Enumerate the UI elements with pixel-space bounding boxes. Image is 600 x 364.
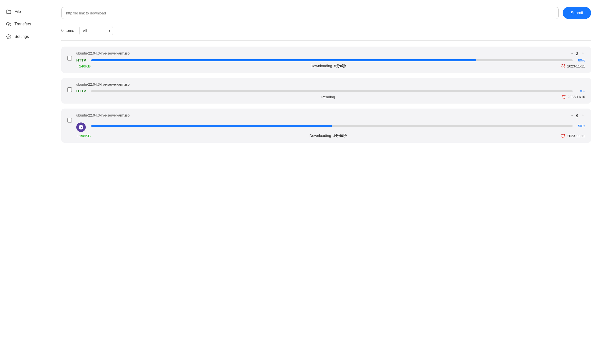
card-filename-row-1: ubuntu-22.04.3-live-server-arm.iso - 2 + [76,51,585,56]
card-meta-3: ↓ 198KB Downloading 1分40秒 ⏰ 2023-11-11 [76,133,585,138]
filename-3: ubuntu-22.04.3-live-server-arm.iso [76,113,130,117]
submit-button[interactable]: Submit [563,7,591,19]
download-card-1: ubuntu-22.04.3-live-server-arm.iso - 2 +… [61,47,591,73]
sidebar-item-transfers[interactable]: Transfers [0,18,52,30]
card-filename-row-2: ubuntu-22.04.3-live-server-arm.iso [76,82,585,86]
card-filename-row-3: ubuntu-22.04.3-live-server-arm.iso - 6 + [76,113,585,118]
date-info-3: ⏰ 2023-11-11 [550,134,585,138]
clock-icon-3: ⏰ [561,134,566,138]
protocol-label-1: HTTP [76,58,88,62]
url-input[interactable] [61,7,559,19]
progress-fill-3 [91,125,332,127]
protocol-label-2: HTTP [76,89,88,93]
gear-icon [6,34,11,39]
main-content: Submit 0 items All Downloading Pending C… [52,0,600,364]
thread-num-1: 2 [576,51,578,56]
clock-icon-2: ⏰ [561,95,566,99]
progress-pct-1: 80% [576,58,585,62]
progress-row-2: HTTP 0% [76,89,585,93]
progress-pct-3: 50% [576,124,585,128]
thread-num-3: 6 [576,113,578,118]
sidebar: File Transfers Settings [0,0,52,364]
clock-icon-1: ⏰ [561,64,566,68]
download-speed-3: ↓ 198KB [76,134,106,138]
date-info-1: ⏰ 2023-11-11 [550,64,585,68]
filter-select-wrapper: All Downloading Pending Completed Failed [79,26,113,35]
sidebar-item-settings[interactable]: Settings [0,31,52,42]
progress-pct-2: 0% [576,89,585,93]
date-info-2: ⏰ 2023/11/10 [550,95,585,99]
progress-fill-1 [91,59,476,61]
down-arrow-1: ↓ [76,64,78,68]
thread-minus-btn-3[interactable]: - [570,113,574,118]
sidebar-item-file[interactable]: File [0,6,52,17]
filter-select[interactable]: All Downloading Pending Completed Failed [79,26,113,35]
thread-minus-btn-1[interactable]: - [570,51,574,56]
card-body-3: ubuntu-22.04.3-live-server-arm.iso - 6 + [76,113,585,138]
download-card-3: ubuntu-22.04.3-live-server-arm.iso - 6 + [61,109,591,143]
thread-controls-3: - 6 + [570,113,585,118]
card-checkbox-1[interactable] [67,56,72,61]
thread-controls-1: - 2 + [570,51,585,56]
sidebar-item-file-label: File [14,9,21,14]
progress-bar-1 [91,59,573,61]
progress-row-1: HTTP 80% [76,58,585,62]
download-speed-1: ↓ 140KB [76,64,106,68]
thread-plus-btn-3[interactable]: + [581,113,585,118]
divider [61,40,591,41]
upload-cloud-icon [6,21,11,27]
progress-bar-2 [91,90,573,92]
top-bar: Submit [61,7,591,19]
card-checkbox-3[interactable] [67,118,72,122]
filename-1: ubuntu-22.04.3-live-server-arm.iso [76,51,130,55]
progress-row-3: 50% [76,120,585,132]
download-card-2: ubuntu-22.04.3-live-server-arm.iso HTTP … [61,78,591,104]
card-meta-1: ↓ 140KB Downloading 5分0秒 ⏰ 2023-11-11 [76,64,585,68]
items-count: 0 items [61,28,74,33]
status-text-3: Downloading 1分40秒 [106,133,550,138]
progress-bar-3 [91,125,573,127]
card-body-1: ubuntu-22.04.3-live-server-arm.iso - 2 +… [76,51,585,68]
folder-icon [6,9,11,14]
card-checkbox-2[interactable] [67,87,72,92]
filter-row: 0 items All Downloading Pending Complete… [61,26,591,35]
sidebar-item-transfers-label: Transfers [14,22,31,26]
filename-2: ubuntu-22.04.3-live-server-arm.iso [76,82,130,86]
down-arrow-3: ↓ [76,134,78,138]
status-text-2: Pending [106,95,550,99]
torrent-icon [76,122,86,132]
sidebar-item-settings-label: Settings [14,34,29,39]
status-text-1: Downloading 5分0秒 [106,64,550,68]
card-body-2: ubuntu-22.04.3-live-server-arm.iso HTTP … [76,82,585,99]
svg-point-1 [8,36,9,37]
thread-plus-btn-1[interactable]: + [581,51,585,56]
card-meta-2: Pending ⏰ 2023/11/10 [76,95,585,99]
